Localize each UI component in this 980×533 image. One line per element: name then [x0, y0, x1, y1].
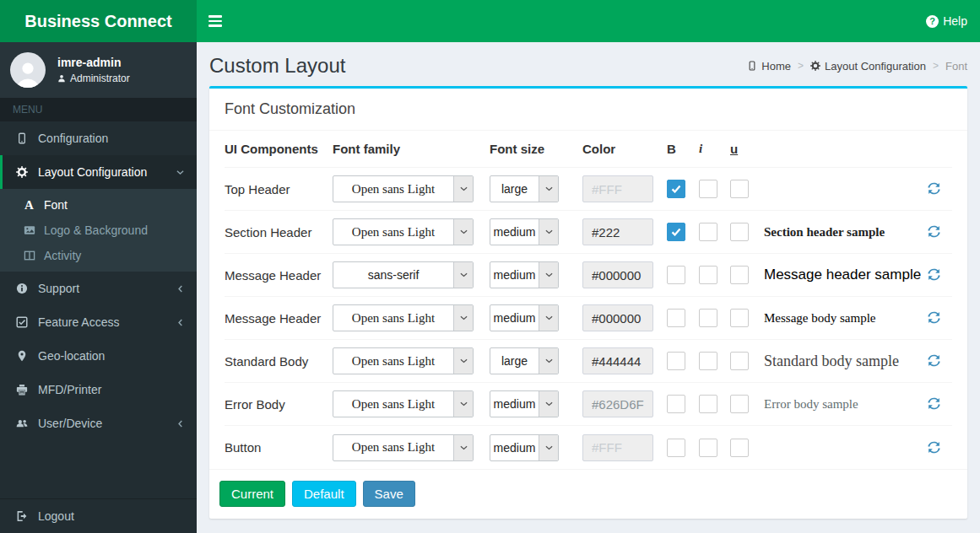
- underline-checkbox[interactable]: [730, 439, 749, 457]
- sidebar-item-logout[interactable]: Logout: [0, 499, 197, 533]
- font-size-select[interactable]: medium: [490, 261, 559, 288]
- breadcrumb-home[interactable]: Home: [747, 60, 791, 73]
- sidebar-item-activity[interactable]: Activity: [0, 243, 197, 268]
- underline-checkbox[interactable]: [730, 395, 749, 413]
- bold-checkbox[interactable]: [667, 180, 685, 198]
- component-label: Standard Body: [225, 354, 333, 369]
- color-input[interactable]: [582, 218, 653, 245]
- font-size-select[interactable]: medium: [490, 390, 559, 417]
- breadcrumb-layout-configuration[interactable]: Layout Configuration: [810, 60, 926, 73]
- select-arrow-icon: [539, 262, 558, 288]
- bold-checkbox[interactable]: [667, 309, 685, 327]
- italic-checkbox[interactable]: [699, 180, 717, 198]
- map-marker-icon: [14, 350, 30, 362]
- font-a-icon: A: [22, 199, 36, 211]
- font-family-select[interactable]: Open sans Light: [333, 390, 474, 417]
- italic-checkbox[interactable]: [699, 223, 717, 241]
- printer-icon: [14, 384, 30, 396]
- underline-checkbox[interactable]: [730, 266, 749, 284]
- sidebar-item-logo-background[interactable]: Logo & Background: [0, 218, 197, 243]
- italic-checkbox[interactable]: [699, 439, 717, 457]
- bold-checkbox[interactable]: [667, 266, 685, 284]
- panel-footer: Current Default Save: [209, 469, 967, 519]
- font-family-select[interactable]: Open sans Light: [333, 434, 474, 461]
- italic-checkbox[interactable]: [699, 266, 717, 284]
- select-arrow-icon: [453, 435, 473, 460]
- refresh-button[interactable]: [927, 310, 942, 326]
- table-row: Standard BodyOpen sans LightlargeStandar…: [225, 340, 952, 383]
- sample-text: Standard body sample: [764, 353, 927, 370]
- col-header-italic: i: [699, 142, 730, 156]
- question-circle-icon: ?: [926, 15, 939, 28]
- font-family-select[interactable]: Open sans Light: [333, 304, 474, 331]
- select-arrow-icon: [539, 219, 558, 245]
- layout-configuration-submenu: A Font Logo & Background Activity: [0, 189, 197, 272]
- current-button[interactable]: Current: [219, 481, 285, 507]
- underline-checkbox[interactable]: [730, 309, 749, 327]
- chevron-left-icon: [176, 285, 184, 293]
- refresh-button[interactable]: [927, 396, 942, 412]
- color-input[interactable]: [582, 304, 653, 331]
- user-role: Administrator: [57, 73, 130, 84]
- font-family-select[interactable]: Open sans Light: [333, 175, 474, 202]
- refresh-button[interactable]: [927, 224, 942, 240]
- refresh-button[interactable]: [927, 267, 942, 283]
- select-arrow-icon: [539, 435, 558, 460]
- refresh-button[interactable]: [927, 440, 942, 455]
- sidebar-item-layout-configuration[interactable]: Layout Configuration: [0, 155, 197, 189]
- select-arrow-icon: [453, 262, 473, 288]
- font-family-select[interactable]: sans-serif: [333, 261, 474, 288]
- chevron-down-icon: [176, 169, 184, 176]
- color-input[interactable]: [582, 347, 653, 374]
- gear-icon: [810, 61, 820, 71]
- bold-checkbox[interactable]: [667, 439, 685, 457]
- underline-checkbox[interactable]: [730, 352, 749, 370]
- refresh-button[interactable]: [927, 181, 942, 197]
- font-size-select[interactable]: medium: [490, 304, 559, 331]
- bold-checkbox[interactable]: [667, 352, 685, 370]
- breadcrumb: Home > Layout Configuration > Font: [747, 60, 967, 73]
- help-button[interactable]: ? Help: [926, 14, 967, 28]
- sidebar-item-user-device[interactable]: User/Device: [0, 406, 197, 440]
- image-icon: [22, 224, 36, 236]
- color-input[interactable]: [582, 434, 653, 461]
- sample-text: Section header sample: [764, 225, 927, 240]
- users-icon: [14, 417, 30, 429]
- select-arrow-icon: [539, 391, 558, 417]
- font-size-select[interactable]: medium: [490, 434, 559, 461]
- font-size-select[interactable]: large: [490, 347, 559, 374]
- top-navbar: Business Connect ? Help: [0, 0, 980, 42]
- italic-checkbox[interactable]: [699, 352, 717, 370]
- italic-checkbox[interactable]: [699, 395, 717, 413]
- font-size-select[interactable]: medium: [490, 218, 559, 245]
- underline-checkbox[interactable]: [730, 223, 749, 241]
- select-arrow-icon: [539, 176, 558, 202]
- sidebar-item-feature-access[interactable]: Feature Access: [0, 305, 197, 339]
- italic-checkbox[interactable]: [699, 309, 717, 327]
- sidebar-item-geo-location[interactable]: Geo-location: [0, 339, 197, 373]
- sidebar-toggle-button[interactable]: [197, 0, 234, 42]
- color-input[interactable]: [582, 261, 653, 288]
- underline-checkbox[interactable]: [730, 180, 749, 198]
- brand-logo[interactable]: Business Connect: [0, 0, 197, 42]
- user-name: imre-admin: [57, 56, 130, 69]
- sidebar-item-font[interactable]: A Font: [0, 192, 197, 218]
- refresh-button[interactable]: [927, 353, 942, 369]
- font-family-select[interactable]: Open sans Light: [333, 218, 474, 245]
- breadcrumb-separator: >: [798, 60, 804, 72]
- chevron-left-icon: [176, 319, 184, 326]
- component-label: Top Header: [225, 182, 333, 197]
- default-button[interactable]: Default: [292, 481, 356, 507]
- color-input[interactable]: [582, 175, 653, 202]
- table-row: Section HeaderOpen sans LightmediumSecti…: [225, 211, 952, 254]
- color-input[interactable]: [582, 390, 653, 417]
- table-row: Error BodyOpen sans LightmediumError bod…: [225, 383, 952, 426]
- bold-checkbox[interactable]: [667, 223, 685, 241]
- sidebar-item-mfd-printer[interactable]: MFD/Printer: [0, 373, 197, 406]
- sidebar-item-configuration[interactable]: Configuration: [0, 121, 197, 155]
- sidebar-item-support[interactable]: Support: [0, 272, 197, 305]
- font-family-select[interactable]: Open sans Light: [333, 347, 474, 374]
- save-button[interactable]: Save: [363, 481, 415, 507]
- bold-checkbox[interactable]: [667, 395, 685, 413]
- font-size-select[interactable]: large: [490, 175, 559, 202]
